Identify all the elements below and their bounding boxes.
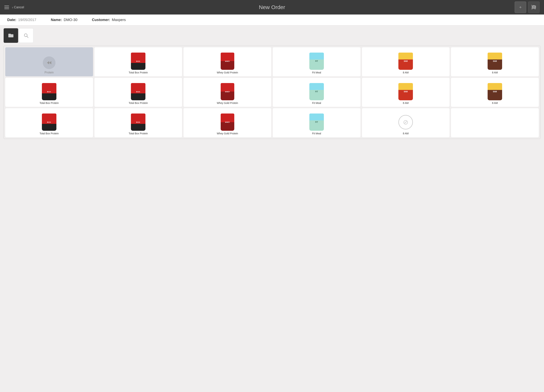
- svg-marker-10: [47, 61, 49, 64]
- product-image-wrapper: [41, 114, 57, 130]
- info-bar: Date: 19/05/2017 Name: DMO-30 Customer: …: [0, 14, 544, 25]
- product-image-wrapper: [487, 117, 503, 134]
- fit-meal-image: [309, 83, 324, 100]
- product-name: Total Box Protein: [129, 71, 148, 74]
- whey-protein-image: [221, 83, 234, 100]
- product-name: 8 AM: [492, 101, 498, 105]
- product-grid: ProteinTotal Box ProteinWhey Gold Protei…: [5, 47, 539, 137]
- product-name: Total Box Protein: [129, 132, 148, 135]
- chevron-left-icon: ‹: [12, 5, 13, 9]
- box-protein-image: [131, 53, 145, 70]
- product-image-wrapper: [308, 114, 325, 130]
- product-name: Fit Meal: [312, 71, 321, 74]
- date-value: 19/05/2017: [18, 18, 36, 22]
- customer-label: Customer:: [92, 18, 110, 22]
- fit-meal-image: [309, 113, 324, 131]
- product-name: 8 AM: [492, 71, 498, 74]
- product-image-wrapper: ⊘: [397, 114, 414, 130]
- product-card[interactable]: Whey Gold Protein: [183, 108, 271, 137]
- product-name: Fit Meal: [312, 101, 321, 105]
- fit-meal-image: [309, 53, 324, 70]
- page-title: New Order: [183, 4, 361, 10]
- product-image-wrapper: [308, 53, 325, 69]
- header-left: ‹ Cancel: [4, 5, 183, 9]
- svg-marker-11: [49, 61, 51, 64]
- product-card[interactable]: Total Box Protein: [95, 108, 182, 137]
- product-grid-container: ProteinTotal Box ProteinWhey Gold Protei…: [0, 43, 544, 142]
- tab-folder[interactable]: [4, 28, 18, 43]
- plus-icon: +: [519, 5, 522, 10]
- app-header: ‹ Cancel New Order +: [0, 0, 544, 14]
- svg-point-8: [24, 34, 27, 37]
- customer-field: Customer: Maxpers: [92, 18, 126, 22]
- name-value: DMO-30: [64, 18, 77, 22]
- product-name: 8 AM: [403, 101, 409, 105]
- product-image-wrapper: [130, 83, 146, 100]
- whey-protein-image: [221, 53, 234, 70]
- box-protein-image: [42, 83, 56, 100]
- product-card[interactable]: 8 AM: [451, 78, 539, 107]
- product-image-wrapper: [130, 53, 146, 69]
- date-field: Date: 19/05/2017: [7, 18, 36, 22]
- box-protein-image: [131, 83, 145, 100]
- product-image-wrapper: [130, 114, 146, 130]
- product-card[interactable]: Fit Meal: [273, 47, 361, 76]
- product-card[interactable]: Fit Meal: [273, 108, 361, 137]
- product-card[interactable]: ⊘8 AM: [362, 108, 450, 137]
- product-card[interactable]: Total Box Protein: [95, 47, 182, 76]
- product-card[interactable]: Whey Gold Protein: [183, 47, 271, 76]
- product-name: Total Box Protein: [40, 132, 59, 135]
- grid-border: ProteinTotal Box ProteinWhey Gold Protei…: [4, 46, 540, 139]
- product-image-wrapper: [41, 83, 57, 100]
- cancel-button[interactable]: ‹ Cancel: [12, 5, 24, 9]
- svg-line-9: [27, 36, 28, 38]
- product-card[interactable]: Total Box Protein: [5, 108, 93, 137]
- cart-button[interactable]: [528, 1, 540, 13]
- product-card[interactable]: 8 AM: [362, 47, 450, 76]
- header-right: +: [361, 1, 540, 13]
- product-name: Fit Meal: [312, 132, 321, 135]
- product-name: Total Box Protein: [40, 101, 59, 105]
- search-icon: [24, 33, 29, 38]
- product-name: Whey Gold Protein: [217, 71, 238, 74]
- product-image-wrapper: [308, 83, 325, 100]
- 8am-dark-image: [488, 53, 502, 70]
- folder-icon: [8, 33, 14, 38]
- product-name: 8 AM: [403, 71, 409, 74]
- category-card[interactable]: Protein: [5, 47, 93, 76]
- product-card[interactable]: Total Box Protein: [95, 78, 182, 107]
- cancel-label: Cancel: [14, 6, 24, 9]
- product-card[interactable]: Total Box Protein: [5, 78, 93, 107]
- box-protein-image: [42, 113, 56, 131]
- product-name: Whey Gold Protein: [217, 132, 238, 135]
- name-label: Name:: [51, 18, 62, 22]
- cart-icon: [531, 4, 537, 10]
- product-image-wrapper: [487, 83, 503, 100]
- product-name: 8 AM: [403, 132, 409, 135]
- 8am-dark-image: [488, 83, 502, 100]
- product-card[interactable]: [451, 108, 539, 137]
- product-image-wrapper: [219, 53, 236, 69]
- tab-search[interactable]: [19, 28, 33, 43]
- category-label: Protein: [44, 71, 54, 74]
- 8am-image: [398, 53, 413, 70]
- name-field: Name: DMO-30: [51, 18, 77, 22]
- date-label: Date:: [7, 18, 16, 22]
- product-image-wrapper: [219, 83, 236, 100]
- empty-image: ⊘: [398, 115, 413, 130]
- product-image-wrapper: [487, 53, 503, 69]
- product-image-wrapper: [397, 83, 414, 100]
- product-name: Total Box Protein: [129, 101, 148, 105]
- box-protein-image: [131, 113, 145, 131]
- product-card[interactable]: Whey Gold Protein: [183, 78, 271, 107]
- customer-value: Maxpers: [112, 18, 126, 22]
- product-card[interactable]: Fit Meal: [273, 78, 361, 107]
- 8am-image: [398, 83, 413, 100]
- product-card[interactable]: 8 AM: [451, 47, 539, 76]
- add-button[interactable]: +: [515, 1, 526, 13]
- hamburger-icon[interactable]: [4, 6, 9, 9]
- category-back-icon: [43, 56, 55, 69]
- product-name: Whey Gold Protein: [217, 101, 238, 105]
- product-card[interactable]: 8 AM: [362, 78, 450, 107]
- tabs-bar: [0, 25, 544, 43]
